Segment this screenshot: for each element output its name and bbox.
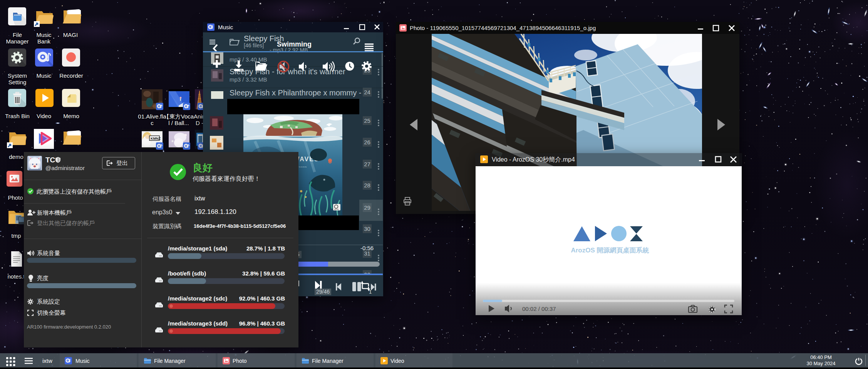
svg-text:KMNZ: KMNZ [151, 137, 161, 140]
svg-text:1: 1 [369, 289, 372, 295]
svg-text:MUSIC: MUSIC [334, 209, 339, 210]
